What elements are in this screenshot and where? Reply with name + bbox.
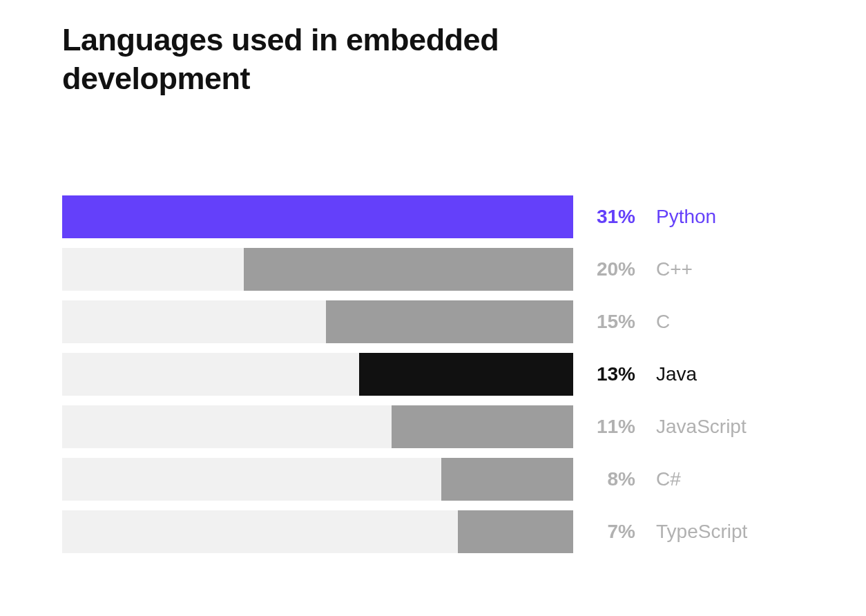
bar-fill [62, 195, 573, 238]
bar-row: 7% TypeScript [62, 510, 804, 553]
bar-track [62, 195, 573, 238]
bar-label: C# [656, 468, 681, 490]
bar-track [62, 510, 573, 553]
chart-title: Languages used in embedded development [62, 21, 559, 99]
bar-row: 20% C++ [62, 248, 804, 291]
bar-row: 15% C [62, 300, 804, 343]
bar-value: 11% [573, 416, 656, 438]
bar-label: TypeScript [656, 521, 747, 543]
bar-value: 13% [573, 363, 656, 385]
bar-value: 20% [573, 258, 656, 280]
bar-value: 7% [573, 521, 656, 543]
bar-track [62, 300, 573, 343]
bar-track [62, 405, 573, 448]
bar-row: 11% JavaScript [62, 405, 804, 448]
bar-fill [244, 248, 573, 291]
chart-rows: 31% Python 20% C++ 15% C 13% Java 11% Ja… [62, 195, 804, 553]
bar-fill [392, 405, 573, 448]
bar-label: Python [656, 206, 716, 228]
bar-fill [326, 300, 573, 343]
bar-value: 15% [573, 311, 656, 333]
bar-label: Java [656, 363, 697, 385]
bar-value: 8% [573, 468, 656, 490]
bar-track [62, 458, 573, 501]
bar-track [62, 353, 573, 396]
bar-fill [359, 353, 573, 396]
bar-label: C++ [656, 258, 693, 280]
bar-track [62, 248, 573, 291]
bar-value: 31% [573, 206, 656, 228]
bar-row: 13% Java [62, 353, 804, 396]
bar-row: 8% C# [62, 458, 804, 501]
bar-fill [441, 458, 573, 501]
bar-label: C [656, 311, 670, 333]
bar-row: 31% Python [62, 195, 804, 238]
bar-label: JavaScript [656, 416, 747, 438]
bar-fill [458, 510, 573, 553]
